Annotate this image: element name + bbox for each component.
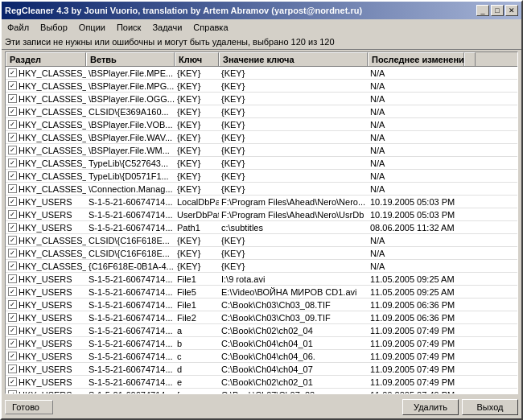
col-branch[interactable]: Ветвь: [86, 52, 175, 66]
table-row[interactable]: HKY_CLASSES_ROOT{C16F618E-0B1A-4...{KEY}…: [6, 260, 517, 273]
row-checkbox[interactable]: [8, 339, 17, 348]
table-row[interactable]: HKY_CLASSES_ROOT\Connection.Manag...{KEY…: [6, 183, 517, 196]
col-date[interactable]: Последнее изменение: [368, 52, 464, 66]
menu-help[interactable]: Справка: [191, 22, 230, 33]
col-value[interactable]: Значение ключа: [219, 52, 368, 66]
row-checkbox[interactable]: [8, 210, 17, 219]
cell-date: N/A: [368, 260, 464, 272]
cell-branch: S-1-5-21-60674714...: [86, 389, 175, 393]
row-checkbox[interactable]: [8, 146, 17, 154]
cell-date: 11.09.2005 06:36 PM: [368, 299, 464, 311]
cell-section: HKY_USERS: [6, 376, 86, 388]
cell-section: HKY_CLASSES_ROOT: [6, 183, 86, 195]
col-key[interactable]: Ключ: [175, 52, 219, 66]
row-checkbox[interactable]: [8, 133, 17, 142]
cell-value: {KEY}: [219, 93, 368, 105]
col-section[interactable]: Раздел: [6, 52, 86, 66]
menu-file[interactable]: Файл: [5, 22, 31, 33]
cell-section: HKY_CLASSES_ROOT: [6, 93, 86, 105]
cell-section: HKY_CLASSES_ROOT: [6, 105, 86, 117]
cell-value: C:\Book\Ch02\ch02_01: [219, 376, 368, 388]
cell-section: HKY_CLASSES_ROOT: [6, 67, 86, 79]
row-checkbox[interactable]: [8, 184, 17, 193]
table-row[interactable]: HKY_CLASSES_ROOT\BSPlayer.File.VOB...{KE…: [6, 118, 517, 131]
table-row[interactable]: HKY_USERSS-1-5-21-60674714...bC:\Book\Ch…: [6, 337, 517, 350]
menu-select[interactable]: Выбор: [38, 22, 70, 33]
cell-value: {KEY}: [219, 118, 368, 130]
table-row[interactable]: HKY_CLASSES_ROOTCLSID\{C16F618E...{KEY}{…: [6, 247, 517, 260]
row-checkbox[interactable]: [8, 81, 17, 90]
row-checkbox[interactable]: [8, 171, 17, 180]
row-checkbox[interactable]: [8, 120, 17, 129]
menu-search[interactable]: Поиск: [114, 22, 143, 33]
cell-value: C:\Book\Ch02\ch02_04: [219, 324, 368, 336]
row-checkbox[interactable]: [8, 300, 17, 309]
cell-date: 11.05.2005 09:25 AM: [368, 286, 464, 298]
table-row[interactable]: HKY_CLASSES_ROOT\BSPlayer.File.MPE...{KE…: [6, 67, 517, 80]
maximize-button[interactable]: □: [491, 5, 504, 16]
cell-key: Path1: [175, 221, 219, 233]
row-checkbox[interactable]: [8, 364, 17, 373]
bottom-bar: Готово Удалить Выход: [2, 396, 521, 418]
row-checkbox[interactable]: [8, 313, 17, 322]
cell-section: HKY_CLASSES_ROOT: [6, 157, 86, 169]
cell-section: HKY_CLASSES_ROOT: [6, 247, 86, 259]
exit-button[interactable]: Выход: [462, 399, 518, 415]
menu-tasks[interactable]: Задачи: [150, 22, 184, 33]
row-checkbox[interactable]: [8, 223, 17, 232]
table-row[interactable]: HKY_CLASSES_ROOTTypeLib\{D0571F1...{KEY}…: [6, 170, 517, 183]
table-row[interactable]: HKY_USERSS-1-5-21-60674714...LocalDbPath…: [6, 196, 517, 208]
row-checkbox[interactable]: [8, 287, 17, 296]
cell-section: HKY_USERS: [6, 324, 86, 336]
table-row[interactable]: HKY_CLASSES_ROOT\BSPlayer.File.OGG...{KE…: [6, 93, 517, 105]
cell-key: {KEY}: [175, 105, 219, 117]
cell-section: HKY_USERS: [6, 273, 86, 285]
cell-branch: S-1-5-21-60674714...: [86, 324, 175, 336]
table-row[interactable]: HKY_CLASSES_ROOT\BSPlayer.File.WAV...{KE…: [6, 131, 517, 144]
delete-button[interactable]: Удалить: [402, 399, 459, 415]
cell-date: 10.19.2005 05:03 PM: [368, 196, 464, 208]
table-row[interactable]: HKY_CLASSES_ROOT\BSPlayer.File.WM...{KEY…: [6, 144, 517, 157]
row-checkbox[interactable]: [8, 352, 17, 360]
table-row[interactable]: HKY_USERSS-1-5-21-60674714...Path1c:\sub…: [6, 221, 517, 234]
cell-section: HKY_CLASSES_ROOT: [6, 170, 86, 182]
cell-key: {KEY}: [175, 131, 219, 143]
table-row[interactable]: HKY_USERSS-1-5-21-60674714...aC:\Book\Ch…: [6, 324, 517, 337]
row-checkbox[interactable]: [8, 326, 17, 335]
row-checkbox[interactable]: [8, 249, 17, 257]
row-checkbox[interactable]: [8, 197, 17, 206]
cell-section: HKY_CLASSES_ROOT: [6, 80, 86, 92]
table-body[interactable]: HKY_CLASSES_ROOT\BSPlayer.File.MPE...{KE…: [6, 67, 517, 393]
row-checkbox[interactable]: [8, 274, 17, 283]
table-row[interactable]: HKY_USERSS-1-5-21-60674714...File5E:\Vid…: [6, 286, 517, 299]
row-checkbox[interactable]: [8, 236, 17, 245]
table-row[interactable]: HKY_USERSS-1-5-21-60674714...eC:\Book\Ch…: [6, 376, 517, 389]
table-row[interactable]: HKY_CLASSES_ROOTCLSID\{C16F618E...{KEY}{…: [6, 234, 517, 247]
table-row[interactable]: HKY_USERSS-1-5-21-60674714...fC:\Book\Ch…: [6, 389, 517, 393]
table-row[interactable]: HKY_USERSS-1-5-21-60674714...File1C:\Boo…: [6, 299, 517, 311]
row-checkbox[interactable]: [8, 107, 17, 116]
row-checkbox[interactable]: [8, 390, 17, 393]
cell-key: {KEY}: [175, 247, 219, 259]
row-checkbox[interactable]: [8, 159, 17, 167]
close-button[interactable]: ✕: [505, 5, 518, 16]
row-checkbox[interactable]: [8, 377, 17, 386]
table-row[interactable]: HKY_USERSS-1-5-21-60674714...UserDbPathF…: [6, 208, 517, 221]
cell-date: 11.05.2005 09:25 AM: [368, 273, 464, 285]
row-checkbox[interactable]: [8, 261, 17, 270]
cell-branch: S-1-5-21-60674714...: [86, 221, 175, 233]
col-scroll-header: [464, 52, 476, 66]
table-row[interactable]: HKY_USERSS-1-5-21-60674714...dC:\Book\Ch…: [6, 363, 517, 376]
table-row[interactable]: HKY_CLASSES_ROOTTypeLib\{C527643...{KEY}…: [6, 157, 517, 170]
cell-date: 11.09.2005 07:49 PM: [368, 389, 464, 393]
minimize-button[interactable]: _: [476, 5, 489, 16]
table-row[interactable]: HKY_CLASSES_ROOT\BSPlayer.File.MPG...{KE…: [6, 80, 517, 93]
table-row[interactable]: HKY_USERSS-1-5-21-60674714...File1I:\9 r…: [6, 273, 517, 286]
cell-branch: S-1-5-21-60674714...: [86, 363, 175, 375]
row-checkbox[interactable]: [8, 94, 17, 103]
table-row[interactable]: HKY_USERSS-1-5-21-60674714...File2C:\Boo…: [6, 311, 517, 324]
row-checkbox[interactable]: [8, 68, 17, 77]
table-row[interactable]: HKY_CLASSES_ROOTCLSID\{E369A160...{KEY}{…: [6, 105, 517, 118]
table-row[interactable]: HKY_USERSS-1-5-21-60674714...cC:\Book\Ch…: [6, 350, 517, 363]
menu-options[interactable]: Опции: [76, 22, 108, 33]
